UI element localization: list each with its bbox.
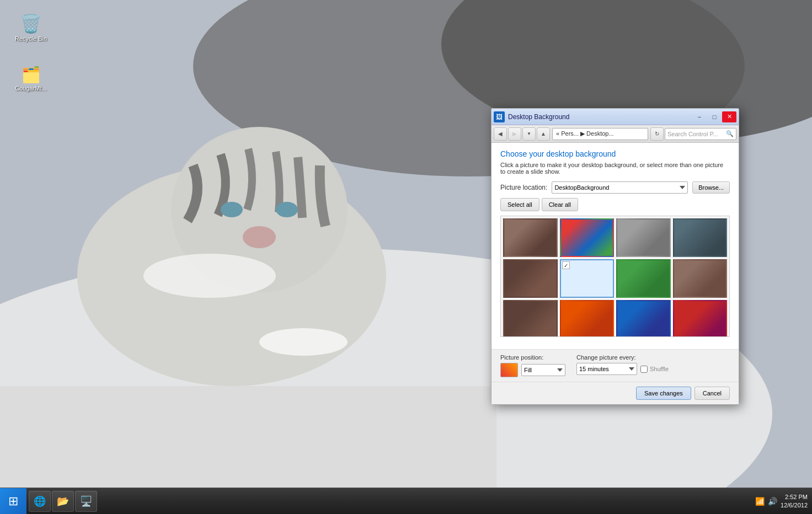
clock-date: 12/6/2012 <box>781 501 808 509</box>
thumbnail-7[interactable]: ✓ <box>616 259 671 298</box>
taskbar-item-control-panel[interactable]: 🖥️ <box>75 491 97 512</box>
svg-rect-4 <box>0 386 496 488</box>
picture-location-select[interactable]: DesktopBackground <box>552 181 688 194</box>
nav-dropdown-button[interactable]: ▼ <box>522 127 536 141</box>
position-thumbnail <box>500 363 518 377</box>
search-bar[interactable]: Search Control P... 🔍 <box>665 128 736 140</box>
address-bar[interactable]: « Pers... ▶ Desktop... <box>552 128 648 140</box>
change-picture-select[interactable]: 15 minutes <box>576 363 637 375</box>
window-titlebar: 🖼 Desktop Background − □ ✕ <box>492 109 739 125</box>
change-picture-label: Change picture every: <box>576 354 669 361</box>
bottom-controls: Picture position: Fill Fit Stretch Tile … <box>492 349 739 382</box>
shuffle-label: Shuffle <box>650 366 669 372</box>
thumbnail-6[interactable]: ✓ <box>560 259 615 298</box>
cancel-button[interactable]: Cancel <box>695 387 730 400</box>
clear-all-button[interactable]: Clear all <box>542 198 578 211</box>
picture-position-group: Picture position: Fill Fit Stretch Tile … <box>500 354 565 377</box>
back-button[interactable]: ◀ <box>494 127 507 141</box>
start-button[interactable]: ⊞ <box>0 488 26 515</box>
cougar-mt-image: 🗂️ <box>22 66 41 84</box>
volume-icon[interactable]: 🔊 <box>768 497 777 506</box>
browse-button[interactable]: Browse... <box>692 181 730 194</box>
desktop: 🗑️ Recycle Bin 🗂️ CougarMt... 🖼 Desktop … <box>0 0 812 514</box>
thumbnail-5[interactable]: ✓ <box>503 259 558 298</box>
shuffle-row: Shuffle <box>640 366 669 373</box>
desktop-background-window: 🖼 Desktop Background − □ ✕ ◀ ▶ ▼ ▲ « Per… <box>491 108 739 405</box>
picture-position-row: Fill Fit Stretch Tile Center <box>500 363 565 377</box>
thumbnail-12[interactable]: ✓ <box>673 300 728 337</box>
image-grid-wrapper[interactable]: ✓ ✓ ✓ ✓ ✓ ✓ <box>500 216 730 337</box>
search-icon: 🔍 <box>726 130 734 137</box>
image-grid: ✓ ✓ ✓ ✓ ✓ ✓ <box>501 216 729 337</box>
taskbar-item-ie[interactable]: 🌐 <box>29 491 51 512</box>
thumbnail-1[interactable]: ✓ <box>503 218 558 257</box>
svg-point-10 <box>143 254 276 298</box>
thumbnail-4[interactable]: ✓ <box>673 218 728 257</box>
picture-location-row: Picture location: DesktopBackground Brow… <box>500 181 730 194</box>
select-clear-row: Select all Clear all <box>500 198 730 211</box>
cougar-mt-icon[interactable]: 🗂️ CougarMt... <box>11 63 51 94</box>
thumbnail-11[interactable]: ✓ <box>616 300 671 337</box>
thumbnail-2[interactable]: ✓ <box>560 218 615 257</box>
recycle-bin-icon[interactable]: 🗑️ Recycle Bin <box>11 11 51 44</box>
shuffle-checkbox[interactable] <box>640 366 648 373</box>
window-app-icon: 🖼 <box>494 111 505 122</box>
taskbar-items: 🌐 📂 🖥️ <box>26 491 751 512</box>
cougar-mt-label: CougarMt... <box>15 85 46 92</box>
thumbnail-9[interactable]: ✓ <box>503 300 558 337</box>
svg-point-7 <box>243 226 276 248</box>
system-clock[interactable]: 2:52 PM 12/6/2012 <box>781 493 808 509</box>
page-heading: Choose your desktop background <box>500 149 730 158</box>
save-changes-button[interactable]: Save changes <box>636 387 691 400</box>
thumbnail-10[interactable]: ✓ <box>560 300 615 337</box>
picture-position-select[interactable]: Fill Fit Stretch Tile Center <box>521 364 565 376</box>
maximize-button[interactable]: □ <box>707 111 722 122</box>
window-title: Desktop Background <box>508 113 692 121</box>
window-content: Choose your desktop background Click a p… <box>492 143 739 349</box>
network-icon[interactable]: 📶 <box>755 497 765 506</box>
thumbnail-8[interactable]: ✓ <box>673 259 728 298</box>
change-picture-row: 15 minutes Shuffle <box>576 363 669 375</box>
taskbar: ⊞ 🌐 📂 🖥️ 📶 🔊 2:52 PM 12/6/2012 <box>0 488 812 514</box>
minimize-button[interactable]: − <box>692 111 707 122</box>
change-picture-group: Change picture every: 15 minutes Shuffle <box>576 354 669 377</box>
recycle-bin-label: Recycle Bin <box>15 35 47 42</box>
search-placeholder: Search Control P... <box>667 131 718 137</box>
taskbar-item-explorer[interactable]: 📂 <box>52 491 74 512</box>
select-all-button[interactable]: Select all <box>500 198 539 211</box>
picture-position-label: Picture position: <box>500 354 565 361</box>
action-row: Save changes Cancel <box>492 382 739 404</box>
up-button[interactable]: ▲ <box>537 127 550 141</box>
check-6: ✓ <box>562 261 570 269</box>
svg-point-11 <box>259 328 348 356</box>
forward-button[interactable]: ▶ <box>508 127 521 141</box>
system-tray: 📶 🔊 2:52 PM 12/6/2012 <box>751 493 812 509</box>
clock-time: 2:52 PM <box>781 493 808 501</box>
refresh-button[interactable]: ↻ <box>650 127 664 141</box>
picture-location-label: Picture location: <box>500 184 547 191</box>
navigation-bar: ◀ ▶ ▼ ▲ « Pers... ▶ Desktop... ↻ Search … <box>492 125 739 143</box>
thumbnail-3[interactable]: ✓ <box>616 218 671 257</box>
close-button[interactable]: ✕ <box>722 111 736 122</box>
svg-point-9 <box>276 202 298 217</box>
svg-point-8 <box>221 202 243 217</box>
page-subtext: Click a picture to make it your desktop … <box>500 162 730 175</box>
recycle-bin-image: 🗑️ <box>20 13 42 34</box>
